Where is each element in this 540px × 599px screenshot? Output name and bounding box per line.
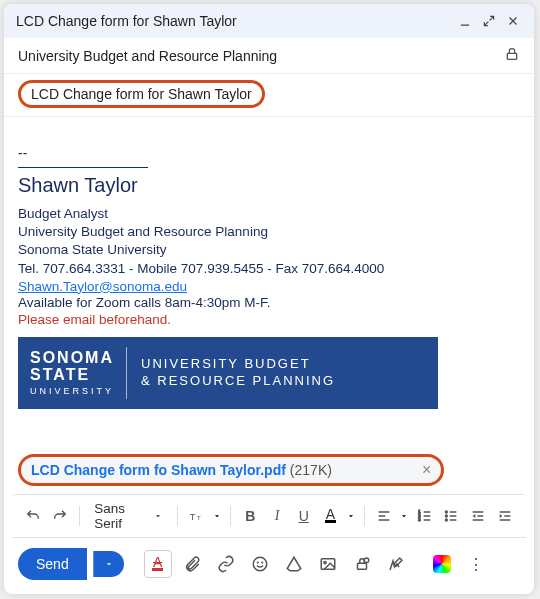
bulleted-list-icon[interactable]	[440, 503, 463, 529]
separator	[230, 506, 231, 526]
attach-file-icon[interactable]	[178, 550, 206, 578]
insert-image-icon[interactable]	[314, 550, 342, 578]
attachment-remove-icon[interactable]: ×	[422, 461, 431, 479]
svg-point-13	[324, 561, 326, 563]
signature-icon[interactable]	[382, 550, 410, 578]
svg-rect-12	[321, 559, 335, 570]
signature-org: Sonoma State University	[18, 241, 520, 259]
svg-text:T: T	[197, 515, 201, 521]
attachment-name: LCD Change form fo Shawn Taylor.pdf	[31, 462, 286, 478]
numbered-list-icon[interactable]: 123	[413, 503, 436, 529]
titlebar: LCD Change form for Shawn Taylor	[4, 4, 534, 38]
separator	[364, 506, 365, 526]
emoji-icon[interactable]	[246, 550, 274, 578]
banner-left-1: SONOMA	[30, 350, 114, 367]
signature-warning: Please email beforehand.	[18, 312, 520, 327]
banner-right-2: & RESOURCE PLANNING	[141, 373, 335, 390]
send-button[interactable]: Send	[18, 548, 87, 580]
signature-email[interactable]: Shawn.Taylor@sonoma.edu	[18, 279, 187, 294]
extension-icon[interactable]	[428, 550, 456, 578]
confidential-mode-icon[interactable]	[348, 550, 376, 578]
font-size-icon[interactable]: TT	[185, 503, 208, 529]
insert-link-icon[interactable]	[212, 550, 240, 578]
redo-icon[interactable]	[49, 503, 72, 529]
banner-right-1: UNIVERSITY BUDGET	[141, 356, 335, 373]
underline-button[interactable]: U	[292, 503, 315, 529]
indent-less-icon[interactable]	[467, 503, 490, 529]
signature-phones: Tel. 707.664.3331 - Mobile 707.939.5455 …	[18, 260, 520, 278]
rainbow-icon	[433, 555, 451, 573]
lock-icon	[504, 46, 520, 65]
bottom-toolbar: Send A ⋮	[4, 538, 534, 594]
svg-point-11	[262, 562, 263, 563]
banner-right: UNIVERSITY BUDGET & RESOURCE PLANNING	[127, 337, 349, 409]
signature-separator: --	[18, 145, 520, 161]
separator	[79, 506, 80, 526]
indent-more-icon[interactable]	[493, 503, 516, 529]
recipient-name: University Budget and Resource Planning	[18, 48, 504, 64]
font-family-select[interactable]: Sans Serif	[88, 501, 168, 531]
chevron-down-icon	[153, 509, 163, 524]
more-options-icon[interactable]: ⋮	[462, 550, 490, 578]
signature-name: Shawn Taylor	[18, 174, 520, 197]
chevron-down-icon[interactable]	[212, 507, 222, 525]
strike-format-button[interactable]: A	[144, 550, 172, 578]
subject-text: LCD Change form for Shawn Taylor	[18, 80, 265, 108]
banner-left-2: STATE	[30, 367, 114, 384]
svg-point-6	[446, 511, 448, 513]
drive-icon[interactable]	[280, 550, 308, 578]
format-toolbar: Sans Serif TT B I U A 123	[12, 494, 526, 538]
align-icon[interactable]	[373, 503, 396, 529]
svg-rect-14	[357, 563, 366, 569]
banner-left: SONOMA STATE UNIVERSITY	[18, 337, 126, 409]
signature-title: Budget Analyst	[18, 205, 520, 223]
bold-button[interactable]: B	[239, 503, 262, 529]
attachment-chip[interactable]: LCD Change form fo Shawn Taylor.pdf (217…	[18, 454, 444, 486]
compose-window: LCD Change form for Shawn Taylor Univers…	[4, 4, 534, 594]
svg-text:3: 3	[418, 517, 421, 522]
svg-point-10	[257, 562, 258, 563]
subject-row[interactable]: LCD Change form for Shawn Taylor	[4, 74, 534, 117]
email-body[interactable]: -- Shawn Taylor Budget Analyst Universit…	[4, 117, 534, 444]
window-title: LCD Change form for Shawn Taylor	[16, 13, 450, 29]
attachment-size: (217K)	[290, 462, 332, 478]
recipients-row[interactable]: University Budget and Resource Planning	[4, 38, 534, 74]
minimize-icon[interactable]	[456, 12, 474, 30]
svg-point-15	[364, 558, 369, 563]
chevron-down-icon[interactable]	[346, 507, 356, 525]
undo-icon[interactable]	[22, 503, 45, 529]
send-more-button[interactable]	[93, 551, 124, 577]
svg-point-8	[446, 519, 448, 521]
attachment-row: LCD Change form fo Shawn Taylor.pdf (217…	[4, 444, 534, 490]
text-color-button[interactable]: A	[319, 503, 342, 529]
svg-text:T: T	[189, 512, 195, 522]
close-icon[interactable]	[504, 12, 522, 30]
signature-rule	[18, 167, 148, 168]
signature-availability: Available for Zoom calls 8am-4:30pm M-F.	[18, 294, 520, 312]
svg-point-9	[253, 557, 267, 571]
italic-button[interactable]: I	[266, 503, 289, 529]
expand-icon[interactable]	[480, 12, 498, 30]
banner-left-3: UNIVERSITY	[30, 386, 114, 396]
svg-rect-0	[507, 53, 516, 59]
signature-banner: SONOMA STATE UNIVERSITY UNIVERSITY BUDGE…	[18, 337, 438, 409]
separator	[177, 506, 178, 526]
signature-dept: University Budget and Resource Planning	[18, 223, 520, 241]
font-family-label: Sans Serif	[94, 501, 146, 531]
svg-point-7	[446, 515, 448, 517]
chevron-down-icon[interactable]	[399, 507, 409, 525]
